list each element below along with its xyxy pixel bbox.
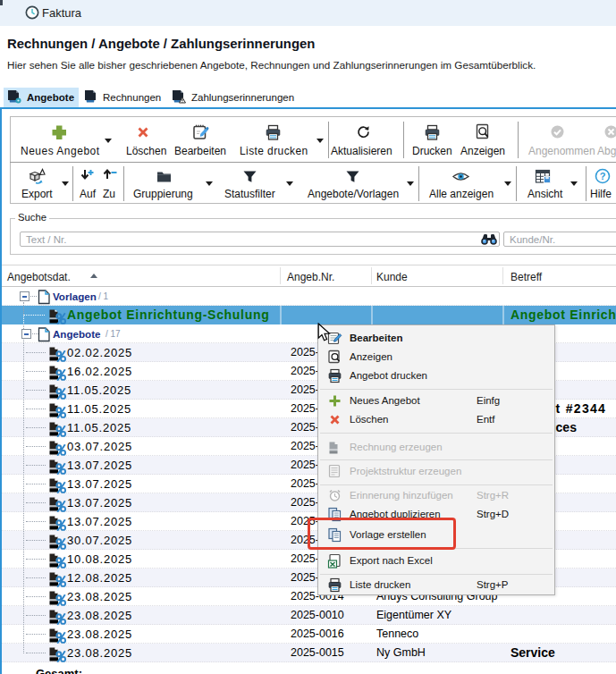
svg-text:?: ?	[600, 171, 606, 181]
